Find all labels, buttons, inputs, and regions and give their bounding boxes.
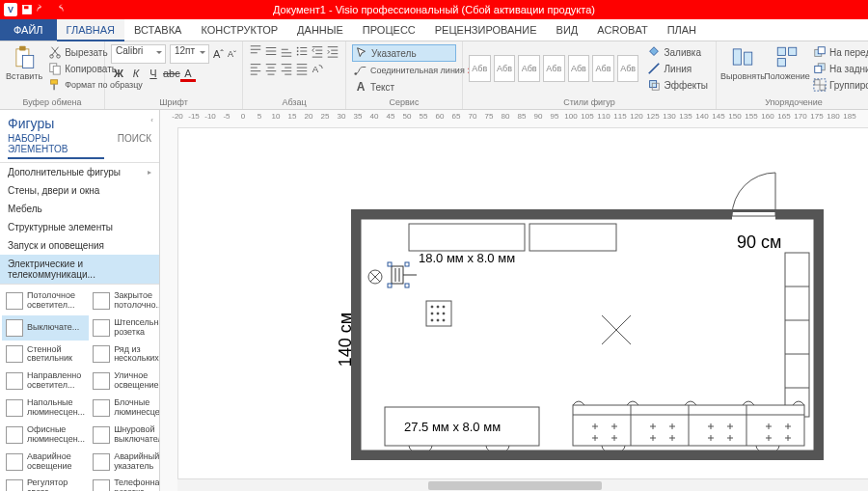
svg-point-15 [354,72,357,75]
pane-collapse-icon[interactable]: ‹ [150,116,153,124]
tab-review[interactable]: РЕЦЕНЗИРОВАНИЕ [425,19,547,41]
shape-item[interactable]: Офисные люминесцен... [2,423,89,448]
rotate-text-icon[interactable]: A [311,62,324,75]
svg-rect-42 [388,262,392,266]
align-top-icon[interactable] [249,44,262,58]
align-bottom-icon[interactable] [280,44,293,58]
indent-dec-icon[interactable] [311,44,324,58]
shape-item[interactable]: Телефонная розетка [89,476,159,491]
stencil-category[interactable]: Запуск и оповещения [0,236,159,255]
pointer-tool[interactable]: Указатель [352,44,456,62]
strike-button[interactable]: abc [163,68,178,82]
tab-plan[interactable]: ПЛАН [658,19,706,41]
indent-inc-icon[interactable] [326,44,339,58]
svg-rect-19 [745,52,752,65]
font-name-select[interactable]: Calibri [111,44,166,64]
align-button[interactable]: Выровнять [722,44,763,81]
shape-icon [6,399,23,417]
shape-item[interactable]: Закрытое потолочно... [89,288,159,314]
style-7[interactable]: Aбв [617,55,639,82]
svg-rect-26 [815,66,822,72]
style-5[interactable]: Aбв [568,55,590,82]
position-button[interactable]: Положение [767,44,807,81]
text-tool[interactable]: AТекст [352,79,456,95]
style-3[interactable]: Aбв [518,55,540,82]
redo-icon[interactable] [52,4,64,15]
svg-point-52 [443,313,445,314]
align-left-icon[interactable] [249,62,262,75]
align-center-icon[interactable] [264,62,278,75]
stencil-category[interactable]: Дополнительные фигуры▸ [0,163,159,181]
style-4[interactable]: Aбв [543,55,565,82]
height-label: 140 см [336,313,355,367]
shape-item[interactable]: Ряд из нескольких... [89,342,159,368]
connector-tool[interactable]: Соединительная линия × [352,63,456,78]
shapes-tab-stencils[interactable]: НАБОРЫ ЭЛЕМЕНТОВ [8,133,104,159]
tab-file[interactable]: ФАЙЛ [0,19,57,41]
send-back-button[interactable]: На задний план [811,61,868,76]
shape-item[interactable]: Напольные люминесцен... [2,396,89,421]
shape-item[interactable]: Направленно осветител... [2,368,89,394]
shape-icon [6,453,23,471]
style-2[interactable]: Aбв [494,55,516,82]
style-6[interactable]: Aбв [592,55,614,82]
bold-button[interactable]: Ж [111,68,126,82]
tab-data[interactable]: ДАННЫЕ [287,19,353,41]
align-middle-icon[interactable] [264,44,278,58]
line-button[interactable]: Линия [645,61,709,76]
justify-icon[interactable] [295,62,309,75]
svg-rect-9 [51,80,58,84]
style-1[interactable]: Aбв [469,55,491,82]
shapes-tab-search[interactable]: ПОИСК [118,133,151,158]
align-right-icon[interactable] [280,62,293,75]
shrink-font-icon[interactable]: Aˇ [228,49,236,59]
tab-acrobat[interactable]: ACROBAT [587,19,657,41]
bullets-icon[interactable] [295,44,309,58]
group-label-arrange: Упорядочение [722,97,865,107]
shape-item[interactable]: Шнуровой выключатель [89,423,159,448]
shape-item[interactable]: Штепсельная розетка [89,315,159,341]
shape-item[interactable]: Стенной светильник [2,342,89,368]
scrollbar-horizontal[interactable] [177,478,868,491]
stencil-category[interactable]: Мебель [0,200,159,218]
shape-item[interactable]: Выключате... [2,315,89,341]
shape-icon [93,399,110,417]
svg-rect-16 [650,81,657,88]
stencil-category[interactable]: Электрические и телекоммуникаци... [0,255,159,284]
shape-icon [93,426,110,444]
svg-point-51 [437,313,439,314]
shape-item[interactable]: Аварийный указатель [89,450,159,475]
effects-button[interactable]: Эффекты [645,77,709,93]
tab-design[interactable]: КОНСТРУКТОР [191,19,287,41]
shape-item[interactable]: Уличное освещение [89,368,159,394]
undo-icon[interactable] [37,4,48,15]
save-icon[interactable] [21,4,33,15]
stencil-category[interactable]: Структурные элементы [0,218,159,236]
fill-button[interactable]: Заливка [645,44,709,60]
tab-home[interactable]: ГЛАВНАЯ [57,19,124,41]
shape-icon [93,345,110,363]
grow-font-icon[interactable]: Aˆ [213,48,224,60]
svg-rect-21 [789,47,797,55]
shapes-pane: ‹ Фигуры НАБОРЫ ЭЛЕМЕНТОВ ПОИСК Дополнит… [0,110,160,491]
shape-item[interactable]: Потолочное осветител... [2,288,89,314]
italic-button[interactable]: К [128,68,144,82]
stencil-category[interactable]: Стены, двери и окна [0,181,159,200]
tab-view[interactable]: ВИД [547,19,588,41]
group-label-clipboard: Буфер обмена [6,97,98,107]
tab-insert[interactable]: ВСТАВКА [124,19,191,41]
underline-button[interactable]: Ч [146,68,161,82]
dim-label-2: 27.5 мм x 8.0 мм [404,420,501,434]
shape-item[interactable]: Аварийное освещение [2,450,89,475]
svg-point-12 [297,50,299,52]
bring-front-button[interactable]: На передний план [811,44,868,60]
font-size-select[interactable]: 12пт [170,44,209,64]
paste-button[interactable]: Вставить [6,44,42,81]
shape-item[interactable]: Блочные люминесцен... [89,396,159,421]
group-button[interactable]: Группировать [811,77,868,93]
svg-rect-1 [24,6,29,9]
drawing-canvas[interactable]: 18.0 мм x 8.0 мм 140 см 90 см [177,127,868,479]
font-color-button[interactable]: A [180,68,196,82]
tab-process[interactable]: ПРОЦЕСС [353,19,425,41]
shape-item[interactable]: Регулятор света [2,476,89,491]
